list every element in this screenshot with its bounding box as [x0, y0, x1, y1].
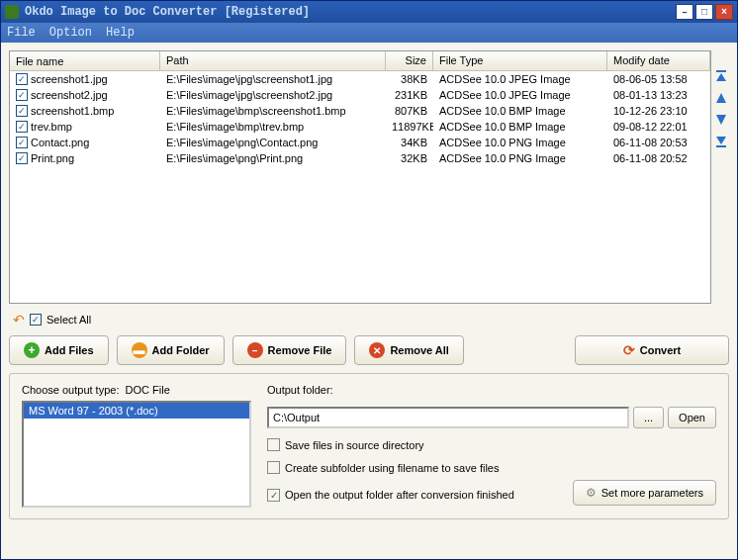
- table-row[interactable]: ✓trev.bmpE:\Files\image\bmp\trev.bmp1189…: [10, 119, 710, 135]
- file-date: 08-06-05 13:58: [607, 72, 710, 86]
- file-list-panel: File name Path Size File Type Modify dat…: [9, 50, 711, 304]
- output-folder-label: Output folder:: [267, 384, 716, 396]
- add-folder-button[interactable]: ▬Add Folder: [117, 335, 225, 365]
- file-table: File name Path Size File Type Modify dat…: [10, 51, 710, 303]
- file-type: ACDSee 10.0 BMP Image: [433, 104, 607, 118]
- file-size: 32KB: [386, 151, 433, 165]
- file-path: E:\Files\image\jpg\screenshot2.jpg: [160, 88, 386, 102]
- remove-file-button[interactable]: –Remove File: [232, 335, 347, 365]
- row-checkbox[interactable]: ✓: [16, 121, 28, 133]
- convert-button[interactable]: ⟳Convert: [575, 335, 729, 365]
- window-title: Okdo Image to Doc Converter [Registered]: [25, 5, 676, 19]
- remove-all-icon: ✕: [369, 342, 385, 358]
- reorder-arrows: [711, 50, 731, 304]
- open-folder-button[interactable]: Open: [668, 407, 716, 428]
- svg-rect-0: [716, 70, 726, 72]
- output-type-label: Choose output type:: [22, 384, 119, 396]
- menu-option[interactable]: Option: [49, 26, 92, 40]
- table-row[interactable]: ✓screenshot1.jpgE:\Files\image\jpg\scree…: [10, 71, 710, 87]
- open-after-label: Open the output folder after conversion …: [285, 489, 514, 501]
- output-folder-input[interactable]: [267, 407, 629, 428]
- file-date: 06-11-08 20:53: [607, 136, 710, 149]
- file-date: 06-11-08 20:52: [607, 151, 710, 165]
- row-checkbox[interactable]: ✓: [16, 152, 28, 164]
- set-parameters-button[interactable]: ⚙Set more parameters: [573, 480, 716, 506]
- titlebar: Okdo Image to Doc Converter [Registered]…: [1, 1, 737, 23]
- content-area: File name Path Size File Type Modify dat…: [1, 43, 737, 559]
- file-name: screenshot2.jpg: [31, 89, 108, 101]
- file-name: screenshot1.bmp: [31, 105, 114, 117]
- add-files-button[interactable]: +Add Files: [9, 335, 109, 365]
- file-path: E:\Files\image\png\Contact.png: [160, 136, 386, 149]
- col-type-header[interactable]: File Type: [433, 51, 607, 70]
- select-all-label: Select All: [46, 314, 91, 326]
- browse-button[interactable]: ...: [633, 407, 664, 428]
- create-subfolder-checkbox[interactable]: [267, 461, 280, 474]
- file-name: Contact.png: [31, 137, 89, 148]
- file-size: 231KB: [386, 88, 433, 102]
- file-type: ACDSee 10.0 BMP Image: [433, 120, 607, 134]
- file-date: 08-01-13 13:23: [607, 88, 710, 102]
- file-path: E:\Files\image\bmp\trev.bmp: [160, 120, 386, 134]
- file-size: 807KB: [386, 104, 433, 118]
- move-down-icon[interactable]: [713, 112, 729, 128]
- row-checkbox[interactable]: ✓: [16, 137, 28, 148]
- menu-help[interactable]: Help: [106, 26, 135, 40]
- menubar: File Option Help: [1, 23, 737, 43]
- table-row[interactable]: ✓Contact.pngE:\Files\image\png\Contact.p…: [10, 135, 710, 150]
- file-name: trev.bmp: [31, 121, 72, 133]
- plus-icon: +: [24, 342, 40, 358]
- table-row[interactable]: ✓screenshot1.bmpE:\Files\image\bmp\scree…: [10, 103, 710, 119]
- bottom-panel: Choose output type: DOC File MS Word 97 …: [9, 373, 729, 519]
- save-source-label: Save files in source directory: [285, 439, 424, 451]
- remove-all-button[interactable]: ✕Remove All: [354, 335, 464, 365]
- col-path-header[interactable]: Path: [160, 51, 386, 70]
- file-type: ACDSee 10.0 PNG Image: [433, 136, 607, 149]
- app-icon: [5, 5, 19, 19]
- maximize-button[interactable]: □: [695, 4, 713, 20]
- create-subfolder-label: Create subfolder using filename to save …: [285, 462, 499, 474]
- file-size: 11897KB: [386, 120, 433, 134]
- file-type: ACDSee 10.0 JPEG Image: [433, 88, 607, 102]
- table-row[interactable]: ✓Print.pngE:\Files\image\png\Print.png32…: [10, 150, 710, 166]
- convert-icon: ⟳: [623, 342, 635, 358]
- move-up-icon[interactable]: [713, 90, 729, 106]
- output-type-section: Choose output type: DOC File MS Word 97 …: [22, 384, 251, 509]
- file-size: 34KB: [386, 136, 433, 149]
- gear-icon: ⚙: [586, 486, 597, 500]
- select-all-checkbox[interactable]: ✓: [30, 314, 42, 326]
- col-name-header[interactable]: File name: [10, 51, 160, 70]
- row-checkbox[interactable]: ✓: [16, 89, 28, 101]
- file-path: E:\Files\image\bmp\screenshot1.bmp: [160, 104, 386, 118]
- row-checkbox[interactable]: ✓: [16, 105, 28, 117]
- table-header: File name Path Size File Type Modify dat…: [10, 51, 710, 71]
- button-row: +Add Files ▬Add Folder –Remove File ✕Rem…: [9, 335, 729, 365]
- table-body: ✓screenshot1.jpgE:\Files\image\jpg\scree…: [10, 71, 710, 166]
- col-size-header[interactable]: Size: [386, 51, 433, 70]
- file-date: 10-12-26 23:10: [607, 104, 710, 118]
- output-type-item[interactable]: MS Word 97 - 2003 (*.doc): [24, 403, 249, 419]
- folder-icon: ▬: [132, 342, 147, 358]
- menu-file[interactable]: File: [7, 26, 36, 40]
- minimize-button[interactable]: –: [676, 4, 693, 20]
- table-row[interactable]: ✓screenshot2.jpgE:\Files\image\jpg\scree…: [10, 87, 710, 103]
- file-type: ACDSee 10.0 PNG Image: [433, 151, 607, 165]
- close-button[interactable]: ×: [715, 4, 733, 20]
- file-type: ACDSee 10.0 JPEG Image: [433, 72, 607, 86]
- output-type-list[interactable]: MS Word 97 - 2003 (*.doc): [22, 401, 251, 508]
- col-date-header[interactable]: Modify date: [607, 51, 710, 70]
- remove-icon: –: [247, 342, 263, 358]
- output-folder-section: Output folder: ... Open Save files in so…: [267, 384, 716, 509]
- file-name: Print.png: [31, 152, 74, 164]
- up-arrow-icon: ↶: [13, 312, 25, 327]
- move-top-icon[interactable]: [713, 68, 729, 84]
- output-type-value: DOC File: [126, 384, 170, 396]
- row-checkbox[interactable]: ✓: [16, 73, 28, 85]
- file-name: screenshot1.jpg: [31, 73, 108, 85]
- move-bottom-icon[interactable]: [713, 134, 729, 149]
- file-size: 38KB: [386, 72, 433, 86]
- open-after-checkbox[interactable]: ✓: [267, 489, 280, 502]
- file-date: 09-08-12 22:01: [607, 120, 710, 134]
- file-path: E:\Files\image\jpg\screenshot1.jpg: [160, 72, 386, 86]
- save-source-checkbox[interactable]: [267, 438, 280, 451]
